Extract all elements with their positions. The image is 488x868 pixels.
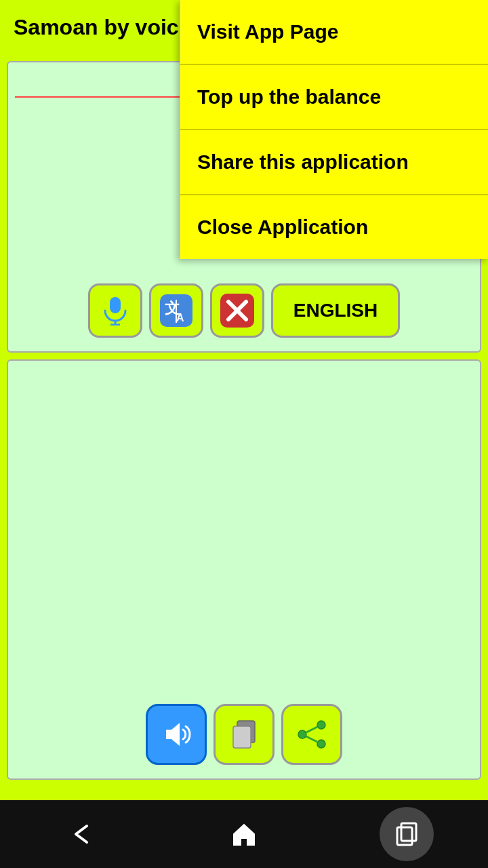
menu-item-top-up-balance[interactable]: Top up the balance [180, 65, 488, 130]
menu-item-share-application[interactable]: Share this application [180, 130, 488, 195]
dropdown-overlay[interactable]: Visit App Page Top up the balance Share … [0, 0, 488, 868]
dropdown-menu: Visit App Page Top up the balance Share … [180, 0, 488, 259]
menu-item-close-application[interactable]: Close Application [180, 195, 488, 259]
menu-item-visit-app-page[interactable]: Visit App Page [180, 0, 488, 65]
